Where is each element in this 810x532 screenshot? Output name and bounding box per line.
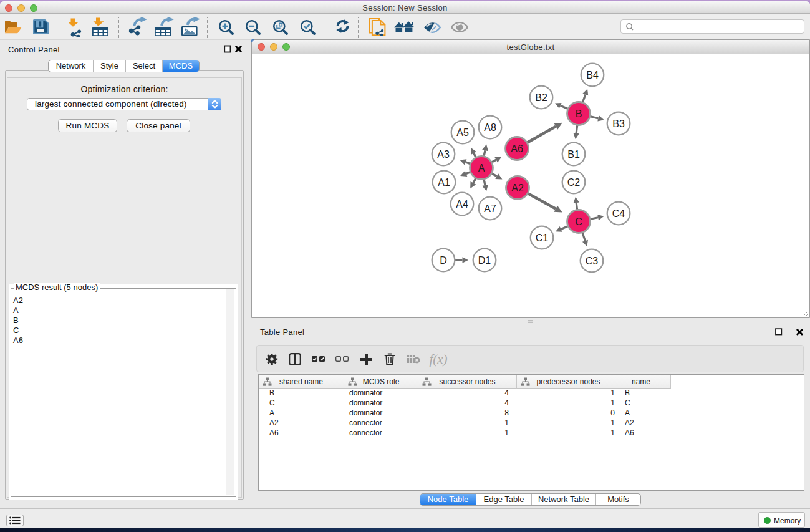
svg-text:A6: A6	[511, 143, 523, 154]
svg-text:B2: B2	[535, 92, 547, 103]
svg-text:C3: C3	[586, 256, 599, 266]
svg-text:A3: A3	[437, 149, 450, 160]
svg-text:A1: A1	[438, 177, 450, 188]
svg-text:B1: B1	[567, 149, 580, 160]
svg-text:D: D	[440, 255, 447, 266]
svg-text:C1: C1	[536, 233, 549, 243]
svg-text:C4: C4	[612, 208, 625, 219]
svg-text:C2: C2	[567, 177, 581, 188]
svg-text:A7: A7	[484, 203, 496, 214]
svg-text:B4: B4	[586, 70, 599, 80]
svg-text:A2: A2	[511, 183, 524, 193]
svg-text:A4: A4	[456, 199, 468, 210]
svg-text:C: C	[575, 216, 582, 227]
svg-text:A8: A8	[484, 122, 496, 133]
svg-text:D1: D1	[478, 255, 491, 266]
svg-text:A: A	[478, 163, 485, 173]
svg-text:A5: A5	[456, 127, 469, 138]
svg-text:B: B	[576, 109, 582, 119]
svg-text:B3: B3	[612, 118, 625, 129]
